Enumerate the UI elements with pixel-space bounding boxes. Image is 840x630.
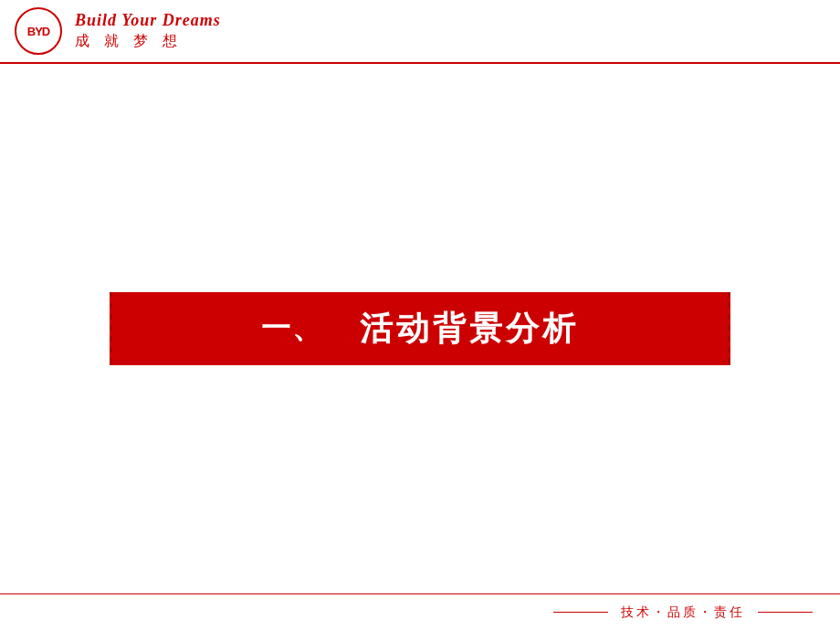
section-banner-inner: 一、 活动背景分析 [261, 307, 579, 352]
logo-text: BYD [27, 25, 49, 38]
footer-line: 技术・品质・责任 [553, 604, 813, 621]
logo-circle: BYD [15, 7, 62, 55]
footer-text: 技术・品质・责任 [621, 604, 745, 621]
section-number: 一、 [261, 309, 323, 349]
tagline-zh: 成 就 梦 想 [75, 31, 221, 51]
footer: 技术・品质・责任 [0, 593, 840, 630]
header: BYD Build Your Dreams 成 就 梦 想 [0, 0, 840, 64]
main-content: 一、 活动背景分析 [0, 64, 840, 593]
logo-text-container: Build Your Dreams 成 就 梦 想 [75, 11, 221, 51]
section-title: 活动背景分析 [360, 307, 579, 352]
section-banner: 一、 活动背景分析 [110, 292, 730, 365]
tagline-en: Build Your Dreams [75, 11, 221, 31]
footer-line-left [553, 612, 608, 614]
footer-line-right [758, 612, 813, 614]
